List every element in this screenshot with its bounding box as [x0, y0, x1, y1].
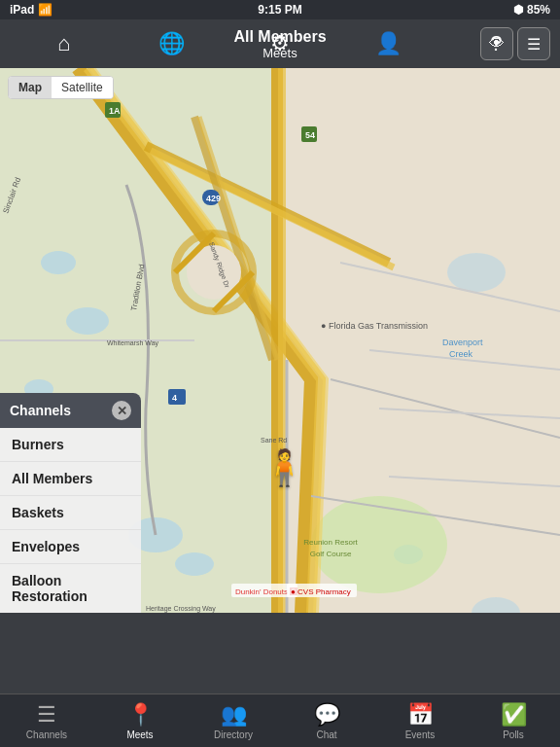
events-tab-icon: 📅 [407, 702, 434, 728]
channels-tab-icon: ☰ [37, 702, 56, 728]
directory-tab-icon: 👥 [221, 702, 247, 728]
channel-balloon-restoration[interactable]: Balloon Restoration [0, 564, 141, 613]
nav-bar: ⌂ 🌐 ⚙ All Members Meets 👤 ? 👁 ☰ [0, 19, 560, 68]
header-right-buttons: 👁 ☰ [480, 27, 550, 60]
wifi-icon: 📶 [38, 3, 52, 17]
svg-text:● Florida Gas Transmission: ● Florida Gas Transmission [321, 321, 428, 331]
header-subtitle: Meets [233, 46, 326, 61]
status-right: ⬢ 85% [513, 3, 550, 17]
polls-tab-icon: ✅ [501, 702, 527, 728]
svg-text:54: 54 [305, 130, 315, 140]
map-toggle: Map Satellite [8, 76, 114, 99]
battery-label: 85% [527, 3, 550, 17]
map-area[interactable]: Sinclair Rd Tradition Blvd Grand Travers… [0, 68, 560, 613]
status-left: iPad 📶 [10, 3, 52, 17]
channels-header: Channels ✕ [0, 393, 141, 428]
tab-meets[interactable]: 📍 Meets [114, 702, 167, 740]
meets-tab-icon: 📍 [127, 702, 154, 728]
channel-all-members[interactable]: All Members [0, 462, 141, 496]
svg-text:1A: 1A [109, 106, 121, 116]
satellite-button[interactable]: Satellite [52, 77, 113, 98]
bluetooth-icon: ⬢ [513, 3, 523, 17]
svg-text:429: 429 [206, 194, 221, 203]
events-tab-label: Events [405, 729, 436, 740]
svg-text:Sane Rd: Sane Rd [261, 437, 287, 444]
map-button[interactable]: Map [9, 77, 52, 98]
header-title: All Members Meets [233, 27, 326, 61]
svg-text:Creek: Creek [449, 349, 473, 359]
channels-panel: Channels ✕ Burners All Members Baskets E… [0, 393, 141, 613]
svg-text:Reunion Resort: Reunion Resort [303, 538, 358, 547]
chat-tab-label: Chat [316, 729, 336, 740]
home-icon[interactable]: ⌂ [45, 31, 84, 56]
tab-polls[interactable]: ✅ Polls [487, 702, 541, 740]
channels-tab-label: Channels [26, 729, 67, 740]
header-main-title: All Members [233, 27, 326, 46]
svg-point-3 [66, 307, 109, 335]
svg-text:4: 4 [172, 393, 177, 403]
meets-tab-label: Meets [126, 729, 153, 740]
channel-envelopes[interactable]: Envelopes [0, 530, 141, 564]
chat-tab-icon: 💬 [314, 702, 340, 728]
person-icon: 🧍 [262, 447, 306, 488]
tab-chat[interactable]: 💬 Chat [300, 702, 354, 740]
tab-bar: ☰ Channels 📍 Meets 👥 Directory 💬 Chat 📅 … [0, 694, 560, 747]
svg-point-6 [175, 552, 214, 576]
svg-text:● CVS Pharmacy: ● CVS Pharmacy [291, 587, 351, 596]
tab-events[interactable]: 📅 Events [394, 702, 447, 740]
svg-point-7 [447, 253, 506, 292]
channels-close-button[interactable]: ✕ [112, 401, 131, 420]
tab-channels[interactable]: ☰ Channels [20, 702, 74, 740]
svg-text:Golf Course: Golf Course [310, 550, 352, 558]
tab-directory[interactable]: 👥 Directory [207, 702, 261, 740]
svg-text:Heritage Crossing Way: Heritage Crossing Way [146, 605, 216, 613]
menu-button[interactable]: ☰ [517, 27, 550, 60]
channel-burners[interactable]: Burners [0, 428, 141, 462]
status-time: 9:15 PM [258, 3, 301, 17]
channel-baskets[interactable]: Baskets [0, 496, 141, 530]
globe-icon[interactable]: 🌐 [153, 31, 192, 56]
person-marker: 🧍 [262, 447, 306, 488]
channels-title: Channels [10, 403, 71, 418]
profile-icon[interactable]: 👤 [368, 31, 407, 56]
polls-tab-label: Polls [503, 729, 524, 740]
status-bar: iPad 📶 9:15 PM ⬢ 85% [0, 0, 560, 19]
device-label: iPad [10, 3, 34, 17]
eye-button[interactable]: 👁 [480, 27, 513, 60]
svg-text:Whitemarsh Way: Whitemarsh Way [107, 339, 159, 347]
directory-tab-label: Directory [214, 729, 253, 740]
svg-text:Davenport: Davenport [442, 338, 483, 347]
svg-point-2 [41, 251, 76, 274]
